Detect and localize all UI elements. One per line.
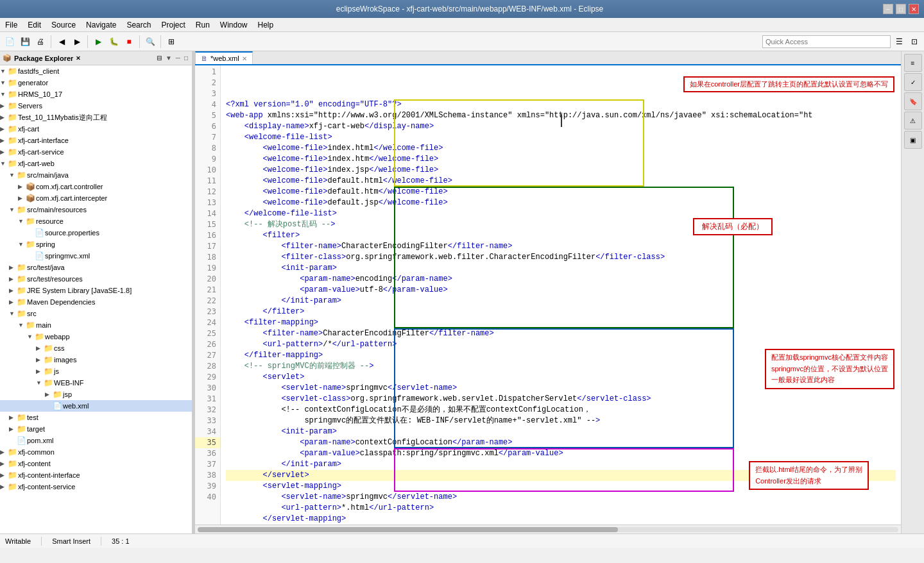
new-button[interactable]: 📄: [3, 35, 17, 49]
tree-item[interactable]: ▼📁spring: [0, 239, 192, 250]
line-number: 11: [195, 176, 220, 187]
tree-item[interactable]: ▼📁WEB-INF: [0, 377, 192, 389]
tree-item[interactable]: ▼📁src/main/resources: [0, 204, 192, 215]
tree-item[interactable]: ▶📁xfj-content: [0, 458, 192, 469]
tree-item[interactable]: ▶📁Servers: [0, 100, 192, 112]
menu-navigate[interactable]: Navigate: [81, 18, 121, 31]
debug-button[interactable]: 🐛: [107, 35, 121, 49]
line-number: 10: [195, 165, 220, 176]
tree-item[interactable]: ▶📁xfj-common: [0, 446, 192, 458]
outline-button[interactable]: ≡: [904, 54, 922, 72]
console-button[interactable]: ▣: [904, 131, 922, 149]
tree-item[interactable]: ▶📦com.xfj.cart.controller: [0, 181, 192, 192]
quick-access-input[interactable]: [762, 35, 891, 48]
tree-arrow: ▼: [9, 310, 17, 317]
tree-item[interactable]: ▶📁js: [0, 366, 192, 377]
tree-item[interactable]: ▶📦com.xfj.cart.intercepter: [0, 192, 192, 204]
tab-close-button[interactable]: ✕: [242, 55, 247, 62]
menu-edit[interactable]: Edit: [22, 18, 46, 31]
bookmark-button[interactable]: 🔖: [904, 92, 922, 110]
menu-source[interactable]: Source: [46, 18, 81, 31]
tree-icon: 📁: [17, 309, 27, 318]
tree-item[interactable]: 📄pom.xml: [0, 435, 192, 446]
tree-item[interactable]: ▼📁main: [0, 319, 192, 331]
menu-search[interactable]: Search: [121, 18, 156, 31]
tree-item[interactable]: ▶📁xfj-cart-interface: [0, 135, 192, 146]
open-perspective-button[interactable]: ⊞: [164, 35, 178, 49]
pe-menu-btn[interactable]: ▼: [164, 54, 173, 62]
status-bar: Writable Smart Insert 35 : 1: [0, 534, 924, 548]
tree-item[interactable]: ▼📁xfj-cart-web: [0, 158, 192, 169]
editor-content: 1234567891011121314151617181920212223242…: [195, 65, 901, 525]
tree-label: source.properties: [45, 229, 99, 237]
pe-collapse-btn[interactable]: ⊟: [155, 54, 163, 62]
tree-icon: 📁: [17, 298, 27, 307]
tree-icon: 📁: [8, 136, 18, 145]
tree-item[interactable]: ▶📁Test_10_11Mybatis逆向工程: [0, 112, 192, 123]
tree-item[interactable]: ▶📁xfj-cart-service: [0, 146, 192, 158]
tree-arrow: ▶: [0, 137, 8, 144]
tree-item[interactable]: ▶📁JRE System Library [JavaSE-1.8]: [0, 285, 192, 296]
tree-item[interactable]: ▶📁xfj-content-service: [0, 481, 192, 492]
tree-item[interactable]: ▶📁src/test/resources: [0, 273, 192, 285]
code-line: </servlet>: [226, 470, 896, 481]
horizontal-scrollbar[interactable]: [195, 525, 901, 534]
tree-item[interactable]: ▼📁webapp: [0, 331, 192, 342]
print-button[interactable]: 🖨: [33, 35, 47, 49]
tree-item[interactable]: 📄web.xml: [0, 400, 192, 412]
tree-item[interactable]: ▼📁src: [0, 308, 192, 319]
tree-label: xfj-content: [18, 460, 51, 467]
tree-item[interactable]: ▶📁xfj-content-interface: [0, 469, 192, 481]
tree-item[interactable]: ▼📁generator: [0, 77, 192, 88]
maximize-button[interactable]: □: [896, 4, 906, 14]
editor-tab-webxml[interactable]: 🗎 *web.xml ✕: [195, 51, 253, 64]
code-area[interactable]: <?xml version="1.0" encoding="UTF-8"?> <…: [221, 65, 901, 525]
perspective-button[interactable]: ☰: [892, 35, 906, 49]
line-number: 33: [195, 416, 220, 426]
stop-button[interactable]: ■: [122, 35, 136, 49]
save-button[interactable]: 💾: [18, 35, 32, 49]
tree-arrow: ▶: [9, 276, 17, 282]
tree-item[interactable]: 📄springmvc.xml: [0, 250, 192, 262]
menu-file[interactable]: File: [0, 18, 22, 31]
tree-item[interactable]: ▼📁HRMS_10_17: [0, 88, 192, 100]
close-button[interactable]: ✕: [909, 4, 919, 14]
problems-button[interactable]: ⚠: [904, 112, 922, 130]
tree-item[interactable]: ▶📁src/test/java: [0, 262, 192, 273]
tree-item[interactable]: ▶📁target: [0, 423, 192, 435]
view-button[interactable]: ⊡: [907, 35, 921, 49]
line-number: 1: [195, 67, 220, 78]
tree-item[interactable]: ▶📁Maven Dependencies: [0, 296, 192, 308]
menu-bar: File Edit Source Navigate Search Project…: [0, 18, 924, 32]
package-explorer-panel: 📦 Package Explorer ✕ ⊟ ▼ ─ □ ▼📁fastdfs_c…: [0, 51, 193, 534]
menu-help[interactable]: Help: [253, 18, 279, 31]
code-line: </filter>: [226, 307, 896, 317]
tree-item[interactable]: ▼📁resource: [0, 215, 192, 227]
pe-max-btn[interactable]: □: [183, 54, 189, 62]
tree-arrow: ▶: [36, 368, 44, 374]
tree-icon: 📄: [35, 228, 45, 237]
tree-item[interactable]: ▶📁jsp: [0, 389, 192, 400]
tree-item[interactable]: ▶📁css: [0, 342, 192, 354]
tree-item[interactable]: ▶📁images: [0, 354, 192, 366]
tree-label: xfj-content-service: [18, 483, 75, 491]
run-button[interactable]: ▶: [91, 35, 105, 49]
tree-item[interactable]: 📄source.properties: [0, 227, 192, 239]
tree-icon: 📁: [8, 78, 18, 87]
tree-item[interactable]: ▶📁xfj-cart: [0, 123, 192, 135]
minimize-button[interactable]: −: [883, 4, 893, 14]
tree-item[interactable]: ▶📁test: [0, 412, 192, 423]
task-button[interactable]: ✓: [904, 73, 922, 91]
menu-run[interactable]: Run: [191, 18, 215, 31]
forward-button[interactable]: ▶: [70, 35, 84, 49]
pe-min-btn[interactable]: ─: [175, 54, 182, 62]
tree-item[interactable]: ▼📁src/main/java: [0, 169, 192, 181]
tree-item[interactable]: ▼📁fastdfs_client: [0, 65, 192, 77]
code-line: <servlet-name>springmvc</servlet-name>: [226, 383, 896, 394]
menu-project[interactable]: Project: [156, 18, 190, 31]
search-toolbar-button[interactable]: 🔍: [143, 35, 157, 49]
tree-icon: 📁: [26, 240, 36, 249]
menu-window[interactable]: Window: [215, 18, 253, 31]
tree-icon: 📦: [26, 194, 36, 203]
back-button[interactable]: ◀: [55, 35, 69, 49]
